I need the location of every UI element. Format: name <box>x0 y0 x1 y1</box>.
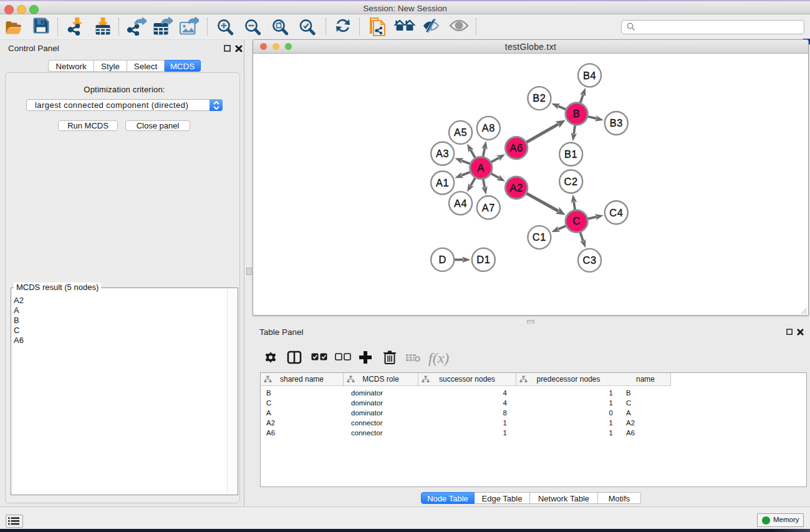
svg-text:A6: A6 <box>509 142 523 153</box>
svg-text:B3: B3 <box>610 117 623 128</box>
svg-text:D1: D1 <box>476 254 490 265</box>
svg-text:B4: B4 <box>583 70 596 81</box>
svg-text:D: D <box>438 254 446 265</box>
svg-text:A4: A4 <box>454 198 467 209</box>
svg-text:B2: B2 <box>533 92 546 104</box>
svg-text:A2: A2 <box>509 182 523 193</box>
svg-text:C1: C1 <box>533 231 546 243</box>
svg-text:A3: A3 <box>436 148 449 159</box>
svg-text:C2: C2 <box>564 176 578 187</box>
svg-text:B1: B1 <box>564 148 577 160</box>
svg-text:C3: C3 <box>582 254 596 266</box>
svg-text:A5: A5 <box>454 127 467 138</box>
svg-text:B: B <box>573 108 581 119</box>
svg-text:A7: A7 <box>482 202 495 213</box>
svg-text:A: A <box>478 162 485 173</box>
svg-text:A8: A8 <box>482 122 495 133</box>
svg-text:A1: A1 <box>436 177 449 188</box>
svg-text:C4: C4 <box>609 207 623 218</box>
svg-text:C: C <box>572 215 580 226</box>
